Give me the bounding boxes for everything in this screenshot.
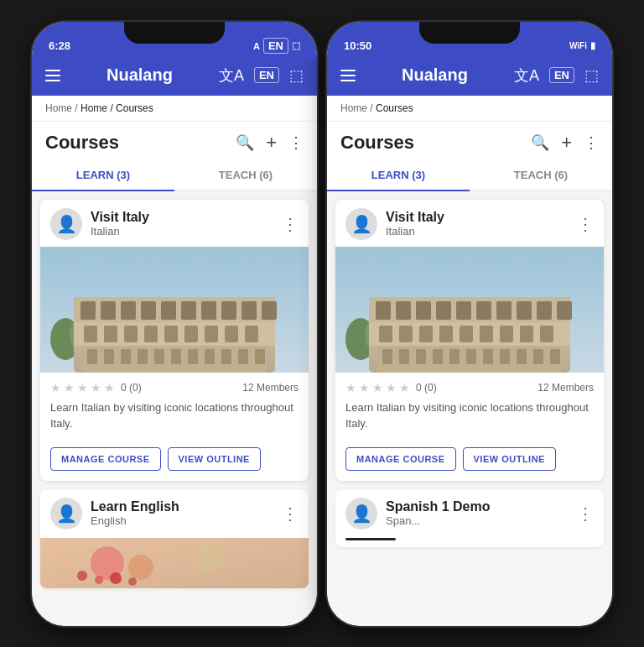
add-icon-1[interactable]: +	[266, 132, 277, 154]
course-more-icon-1[interactable]: ⋮	[282, 214, 299, 234]
breadcrumb-1: Home / Home / Courses	[32, 96, 317, 122]
content-scroll-1: 👤 Visit Italy Italian ⋮	[32, 191, 317, 626]
status-icons-2: WiFi ▮	[569, 35, 595, 51]
course-name-1: Visit Italy	[91, 210, 149, 225]
spanish-demo-info-2: 👤 Spanish 1 Demo Span...	[345, 498, 490, 530]
lang-nav-label-2[interactable]: EN	[549, 67, 574, 83]
svg-rect-78	[500, 349, 510, 364]
header-actions-2: 🔍 + ⋮	[531, 132, 599, 154]
svg-rect-16	[84, 326, 97, 342]
breadcrumb-home-2[interactable]: Home	[340, 102, 367, 114]
breadcrumb-courses-1[interactable]: Home / Courses	[80, 102, 153, 114]
manage-course-button-1[interactable]: MANAGE COURSE	[50, 447, 161, 471]
app-logo-1: Nualang	[106, 65, 173, 85]
breadcrumb-home-1[interactable]: Home	[45, 102, 72, 114]
svg-rect-20	[164, 326, 178, 342]
course-image-2	[335, 247, 604, 373]
svg-rect-50	[376, 301, 391, 320]
search-icon-2[interactable]: 🔍	[531, 133, 549, 152]
spanish-demo-lang-2: Span...	[386, 514, 490, 527]
svg-rect-5	[80, 301, 96, 320]
course-card-1: 👤 Visit Italy Italian ⋮	[40, 200, 309, 481]
view-outline-button-2[interactable]: VIEW OUTLINE	[463, 447, 556, 471]
star2-1: ★	[64, 381, 75, 394]
content-area-2: 👤 Visit Italy Italian ⋮	[327, 191, 612, 626]
svg-rect-8	[141, 301, 156, 320]
svg-point-40	[193, 544, 223, 574]
exit-nav-icon-1[interactable]: ⬚	[289, 66, 304, 85]
hamburger-icon-2[interactable]	[340, 70, 356, 81]
members-text-2: 12 Members	[538, 382, 594, 394]
svg-rect-18	[124, 326, 138, 342]
tab-learn-1[interactable]: LEARN (3)	[32, 160, 174, 190]
top-nav-1: Nualang 文A EN ⬚	[32, 59, 317, 96]
hamburger-icon-1[interactable]	[45, 70, 60, 81]
manage-course-button-2[interactable]: MANAGE COURSE	[345, 447, 456, 471]
svg-rect-74	[433, 349, 443, 364]
avatar-icon-1: 👤	[56, 214, 77, 234]
svg-rect-79	[517, 349, 527, 364]
stars-2: ★ ★ ★ ★ ★ 0 (0)	[345, 381, 437, 394]
star2-2: ★	[359, 381, 370, 394]
add-icon-2[interactable]: +	[561, 132, 572, 154]
search-icon-1[interactable]: 🔍	[236, 133, 254, 152]
svg-rect-6	[101, 301, 116, 320]
learn-english-more-icon-1[interactable]: ⋮	[282, 504, 299, 524]
colosseum-svg-1	[40, 247, 309, 373]
app-logo-2: Nualang	[402, 65, 468, 85]
course-text-2: Visit Italy Italian	[386, 210, 444, 237]
star4-2: ★	[386, 381, 397, 394]
translate-nav-icon-2[interactable]: 文A	[514, 65, 539, 86]
nav-icons-2: 文A EN ⬚	[514, 65, 599, 86]
course-stats-1: ★ ★ ★ ★ ★ 0 (0) 12 Members	[40, 373, 309, 399]
svg-rect-19	[144, 326, 158, 342]
exit-nav-icon-2[interactable]: ⬚	[584, 66, 599, 85]
learn-english-name-1: Learn English	[91, 499, 179, 514]
more-vert-icon-2[interactable]: ⋮	[584, 133, 599, 152]
svg-rect-61	[379, 326, 392, 342]
learn-english-info-1: 👤 Learn English English	[50, 498, 179, 530]
svg-rect-68	[520, 326, 533, 342]
svg-rect-67	[500, 326, 513, 342]
course-actions-2: MANAGE COURSE VIEW OUTLINE	[335, 441, 604, 481]
header-actions-1: 🔍 + ⋮	[236, 132, 304, 154]
spanish-demo-more-icon-2[interactable]: ⋮	[577, 504, 594, 524]
battery-icon-2: ▮	[590, 40, 595, 51]
breadcrumb-2: Home / Courses	[327, 96, 612, 122]
lang-label-1: EN	[263, 38, 288, 54]
svg-rect-28	[121, 349, 131, 364]
rating-text-1: 0 (0)	[121, 382, 142, 394]
svg-point-41	[77, 571, 87, 581]
course-more-icon-2[interactable]: ⋮	[577, 214, 594, 234]
learn-english-lang-1: English	[91, 514, 179, 527]
learn-english-img-1	[40, 538, 309, 588]
avatar-icon-2-1: 👤	[56, 504, 77, 524]
course-desc-1: Learn Italian by visiting iconic locatio…	[40, 399, 309, 441]
view-outline-button-1[interactable]: VIEW OUTLINE	[168, 447, 261, 471]
nav-icons-1: 文A EN ⬚	[219, 65, 304, 86]
time-1: 6:28	[49, 34, 70, 52]
translate-nav-icon-1[interactable]: 文A	[219, 65, 244, 86]
svg-rect-71	[382, 349, 392, 364]
svg-rect-73	[416, 349, 426, 364]
exit-icon-1: ⬚	[292, 40, 300, 51]
avatar-3-2: 👤	[345, 498, 377, 530]
breadcrumb-courses-2[interactable]: Courses	[376, 102, 413, 114]
more-vert-icon-1[interactable]: ⋮	[288, 133, 304, 152]
spanish-demo-name-2: Spanish 1 Demo	[386, 499, 490, 514]
svg-rect-59	[557, 301, 572, 320]
svg-rect-31	[171, 349, 181, 364]
tab-learn-2[interactable]: LEARN (3)	[327, 160, 470, 190]
tab-teach-1[interactable]: TEACH (6)	[174, 160, 317, 190]
spanish-underline-2	[345, 538, 396, 540]
lang-nav-label-1[interactable]: EN	[254, 67, 279, 83]
svg-rect-17	[104, 326, 117, 342]
svg-rect-21	[184, 326, 198, 342]
tab-teach-2[interactable]: TEACH (6)	[470, 160, 612, 190]
svg-rect-77	[483, 349, 493, 364]
content-scroll-2: 👤 Visit Italy Italian ⋮	[327, 191, 612, 626]
status-icons-1: A EN ⬚	[253, 33, 300, 54]
svg-rect-72	[399, 349, 409, 364]
notch-1	[124, 22, 225, 44]
svg-point-42	[95, 576, 103, 584]
